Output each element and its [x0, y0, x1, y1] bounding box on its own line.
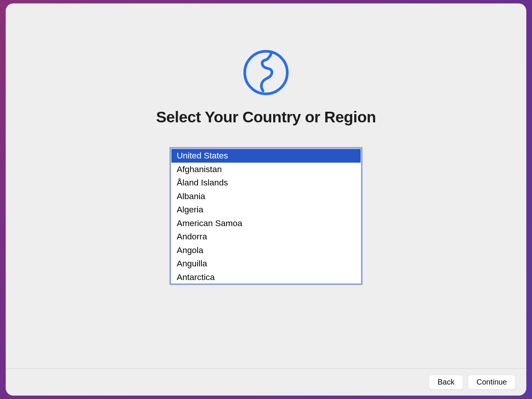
content-area: Select Your Country or Region United Sta… [6, 3, 526, 368]
country-listbox[interactable]: United StatesAfghanistanÅland IslandsAlb… [169, 147, 363, 285]
country-list-item[interactable]: United States [171, 149, 361, 163]
country-list-item[interactable]: Albania [171, 190, 361, 203]
country-list-item[interactable]: Algeria [171, 203, 361, 217]
back-button[interactable]: Back [429, 375, 463, 390]
country-list-item[interactable]: Antigua & Barbuda [171, 284, 361, 285]
country-list-item[interactable]: Antarctica [171, 271, 361, 284]
country-list-item[interactable]: Anguilla [171, 257, 361, 271]
globe-icon [242, 48, 290, 97]
svg-point-0 [245, 51, 287, 94]
continue-button[interactable]: Continue [468, 375, 516, 390]
country-list-item[interactable]: Andorra [171, 230, 361, 244]
footer: Back Continue [6, 368, 526, 396]
setup-assistant-window: Select Your Country or Region United Sta… [6, 3, 526, 396]
country-list-item[interactable]: Åland Islands [171, 176, 361, 190]
country-list-item[interactable]: American Samoa [171, 217, 361, 230]
country-list-item[interactable]: Afghanistan [171, 163, 361, 176]
page-title: Select Your Country or Region [156, 108, 376, 126]
country-list-item[interactable]: Angola [171, 244, 361, 257]
